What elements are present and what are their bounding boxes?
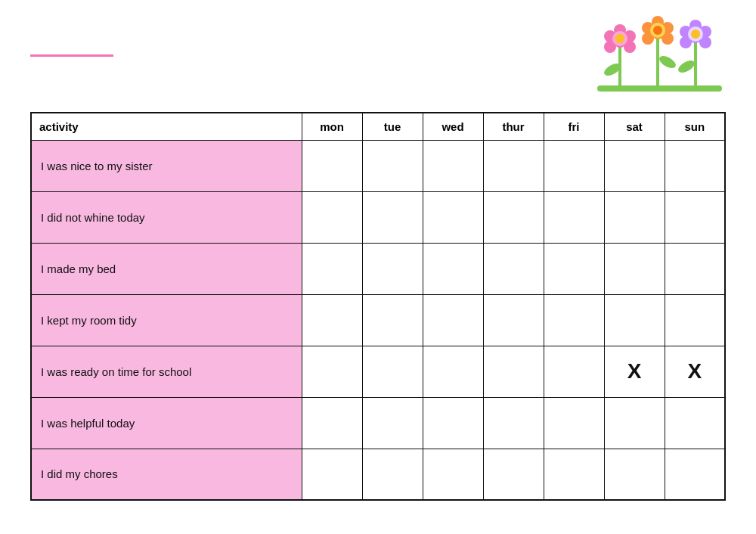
day-cell bbox=[362, 294, 423, 346]
table-row: I was helpful today bbox=[31, 397, 725, 449]
activity-cell: I did my chores bbox=[31, 449, 302, 500]
table-row: I kept my room tidy bbox=[31, 294, 725, 346]
day-cell bbox=[604, 449, 665, 500]
header-thur: thur bbox=[483, 113, 544, 140]
day-cell bbox=[483, 397, 544, 449]
day-cell bbox=[423, 140, 483, 191]
day-cell bbox=[302, 243, 362, 294]
title-area bbox=[30, 54, 119, 60]
header-activity: activity bbox=[31, 113, 302, 140]
header-mon: mon bbox=[302, 113, 362, 140]
day-cell bbox=[362, 397, 423, 449]
day-cell bbox=[604, 294, 665, 346]
day-cell bbox=[665, 140, 725, 191]
table-row: I made my bed bbox=[31, 243, 725, 294]
day-cell bbox=[362, 346, 423, 397]
day-cell bbox=[665, 397, 725, 449]
day-cell bbox=[423, 294, 483, 346]
table-header-row: activity mon tue wed thur fri sat sun bbox=[31, 113, 725, 140]
day-cell bbox=[302, 191, 362, 243]
table-row: I did my chores bbox=[31, 449, 725, 500]
day-cell bbox=[483, 294, 544, 346]
day-cell bbox=[362, 191, 423, 243]
header-tue: tue bbox=[362, 113, 423, 140]
svg-point-5 bbox=[677, 58, 697, 75]
day-cell bbox=[604, 243, 665, 294]
day-cell bbox=[302, 397, 362, 449]
day-cell bbox=[362, 449, 423, 500]
day-cell bbox=[423, 243, 483, 294]
day-cell bbox=[302, 449, 362, 500]
day-cell bbox=[665, 294, 725, 346]
day-cell bbox=[544, 449, 604, 500]
day-cell bbox=[544, 140, 604, 191]
header-sun: sun bbox=[665, 113, 725, 140]
day-cell bbox=[604, 140, 665, 191]
page-header bbox=[30, 15, 726, 98]
day-cell bbox=[423, 346, 483, 397]
day-cell bbox=[302, 294, 362, 346]
day-cell bbox=[423, 449, 483, 500]
day-cell bbox=[544, 243, 604, 294]
name-blank bbox=[30, 54, 113, 57]
flowers-decoration bbox=[590, 15, 726, 98]
day-cell: X bbox=[665, 346, 725, 397]
svg-point-4 bbox=[658, 54, 678, 70]
day-cell bbox=[302, 140, 362, 191]
header-wed: wed bbox=[423, 113, 483, 140]
day-cell bbox=[604, 191, 665, 243]
day-cell bbox=[483, 140, 544, 191]
day-cell bbox=[483, 191, 544, 243]
day-cell bbox=[544, 397, 604, 449]
day-cell bbox=[604, 397, 665, 449]
day-cell bbox=[665, 449, 725, 500]
svg-point-21 bbox=[653, 26, 662, 35]
header-fri: fri bbox=[544, 113, 604, 140]
day-cell bbox=[544, 346, 604, 397]
table-row: I did not whine today bbox=[31, 191, 725, 243]
svg-rect-30 bbox=[597, 85, 722, 92]
header-sat: sat bbox=[604, 113, 665, 140]
activity-cell: I was nice to my sister bbox=[31, 140, 302, 191]
day-cell bbox=[665, 191, 725, 243]
day-cell bbox=[483, 243, 544, 294]
day-cell bbox=[483, 449, 544, 500]
day-cell: X bbox=[604, 346, 665, 397]
day-cell bbox=[362, 140, 423, 191]
table-row: I was ready on time for schoolXX bbox=[31, 346, 725, 397]
activity-cell: I was helpful today bbox=[31, 397, 302, 449]
activity-cell: I made my bed bbox=[31, 243, 302, 294]
behaviour-chart: activity mon tue wed thur fri sat sun I … bbox=[30, 112, 726, 501]
activity-cell: I did not whine today bbox=[31, 191, 302, 243]
svg-point-13 bbox=[615, 34, 624, 43]
svg-point-29 bbox=[691, 29, 700, 39]
day-cell bbox=[423, 191, 483, 243]
activity-cell: I kept my room tidy bbox=[31, 294, 302, 346]
table-row: I was nice to my sister bbox=[31, 140, 725, 191]
day-cell bbox=[302, 346, 362, 397]
day-cell bbox=[423, 397, 483, 449]
day-cell bbox=[362, 243, 423, 294]
day-cell bbox=[544, 294, 604, 346]
day-cell bbox=[483, 346, 544, 397]
activity-cell: I was ready on time for school bbox=[31, 346, 302, 397]
day-cell bbox=[544, 191, 604, 243]
day-cell bbox=[665, 243, 725, 294]
